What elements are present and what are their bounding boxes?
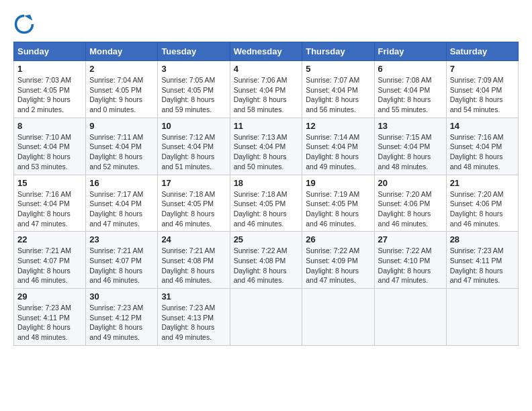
day-number: 18 (234, 178, 299, 188)
calendar-week-1: 1 Sunrise: 7:03 AMSunset: 4:05 PMDayligh… (14, 61, 519, 118)
day-info: Sunrise: 7:14 AMSunset: 4:04 PMDaylight:… (306, 132, 370, 172)
calendar-cell: 9 Sunrise: 7:11 AMSunset: 4:04 PMDayligh… (86, 118, 158, 175)
calendar-cell: 1 Sunrise: 7:03 AMSunset: 4:05 PMDayligh… (14, 61, 86, 118)
calendar-cell: 5 Sunrise: 7:07 AMSunset: 4:04 PMDayligh… (302, 61, 374, 118)
calendar-cell: 22 Sunrise: 7:21 AMSunset: 4:07 PMDaylig… (14, 232, 86, 289)
calendar-cell: 3 Sunrise: 7:05 AMSunset: 4:05 PMDayligh… (158, 61, 230, 118)
calendar-cell: 20 Sunrise: 7:20 AMSunset: 4:06 PMDaylig… (374, 175, 446, 232)
calendar-cell (446, 289, 518, 346)
day-number: 27 (378, 234, 443, 244)
calendar-cell: 11 Sunrise: 7:13 AMSunset: 4:04 PMDaylig… (230, 118, 302, 175)
day-number: 30 (89, 291, 154, 302)
calendar-cell (302, 289, 374, 346)
calendar-week-3: 15 Sunrise: 7:16 AMSunset: 4:04 PMDaylig… (14, 175, 519, 232)
header-monday: Monday (86, 42, 158, 61)
day-number: 15 (17, 178, 82, 188)
calendar-cell: 12 Sunrise: 7:14 AMSunset: 4:04 PMDaylig… (302, 118, 374, 175)
day-number: 6 (378, 64, 443, 74)
calendar-cell (374, 289, 446, 346)
calendar-cell: 6 Sunrise: 7:08 AMSunset: 4:04 PMDayligh… (374, 61, 446, 118)
day-number: 25 (234, 234, 299, 244)
calendar-cell: 19 Sunrise: 7:19 AMSunset: 4:05 PMDaylig… (302, 175, 374, 232)
calendar-cell: 17 Sunrise: 7:18 AMSunset: 4:05 PMDaylig… (158, 175, 230, 232)
day-number: 19 (306, 178, 370, 188)
day-number: 9 (89, 121, 154, 131)
calendar-cell: 14 Sunrise: 7:16 AMSunset: 4:04 PMDaylig… (446, 118, 518, 175)
day-info: Sunrise: 7:22 AMSunset: 4:10 PMDaylight:… (378, 246, 443, 285)
day-info: Sunrise: 7:20 AMSunset: 4:06 PMDaylight:… (378, 189, 443, 229)
day-info: Sunrise: 7:23 AMSunset: 4:12 PMDaylight:… (89, 303, 154, 342)
calendar-week-2: 8 Sunrise: 7:10 AMSunset: 4:04 PMDayligh… (14, 118, 519, 175)
logo (13, 13, 38, 35)
day-number: 17 (161, 178, 226, 188)
calendar-cell: 18 Sunrise: 7:18 AMSunset: 4:05 PMDaylig… (230, 175, 302, 232)
calendar-week-4: 22 Sunrise: 7:21 AMSunset: 4:07 PMDaylig… (14, 232, 519, 289)
day-number: 16 (89, 178, 154, 188)
page-header (13, 13, 519, 35)
day-info: Sunrise: 7:19 AMSunset: 4:05 PMDaylight:… (306, 189, 370, 229)
day-info: Sunrise: 7:08 AMSunset: 4:04 PMDaylight:… (378, 75, 443, 115)
day-number: 22 (17, 234, 82, 244)
day-number: 8 (17, 121, 82, 131)
day-info: Sunrise: 7:21 AMSunset: 4:07 PMDaylight:… (17, 246, 82, 285)
calendar-cell: 21 Sunrise: 7:20 AMSunset: 4:06 PMDaylig… (446, 175, 518, 232)
day-info: Sunrise: 7:23 AMSunset: 4:11 PMDaylight:… (450, 246, 515, 285)
day-number: 10 (161, 121, 226, 131)
calendar-cell: 24 Sunrise: 7:21 AMSunset: 4:08 PMDaylig… (158, 232, 230, 289)
day-number: 28 (450, 234, 515, 244)
day-info: Sunrise: 7:06 AMSunset: 4:04 PMDaylight:… (234, 75, 299, 115)
header-saturday: Saturday (446, 42, 518, 61)
day-number: 5 (306, 64, 370, 74)
calendar-cell: 15 Sunrise: 7:16 AMSunset: 4:04 PMDaylig… (14, 175, 86, 232)
day-info: Sunrise: 7:13 AMSunset: 4:04 PMDaylight:… (234, 132, 299, 172)
calendar-cell: 26 Sunrise: 7:22 AMSunset: 4:09 PMDaylig… (302, 232, 374, 289)
calendar-cell: 4 Sunrise: 7:06 AMSunset: 4:04 PMDayligh… (230, 61, 302, 118)
day-info: Sunrise: 7:12 AMSunset: 4:04 PMDaylight:… (161, 132, 226, 172)
day-info: Sunrise: 7:23 AMSunset: 4:13 PMDaylight:… (161, 303, 226, 342)
day-number: 1 (17, 64, 82, 74)
calendar-cell (230, 289, 302, 346)
day-number: 3 (161, 64, 226, 74)
day-info: Sunrise: 7:18 AMSunset: 4:05 PMDaylight:… (161, 189, 226, 229)
calendar-cell: 7 Sunrise: 7:09 AMSunset: 4:04 PMDayligh… (446, 61, 518, 118)
calendar-cell: 2 Sunrise: 7:04 AMSunset: 4:05 PMDayligh… (86, 61, 158, 118)
day-number: 29 (17, 291, 82, 302)
logo-icon (13, 13, 35, 35)
calendar-cell: 30 Sunrise: 7:23 AMSunset: 4:12 PMDaylig… (86, 289, 158, 346)
day-info: Sunrise: 7:15 AMSunset: 4:04 PMDaylight:… (378, 132, 443, 172)
calendar-cell: 28 Sunrise: 7:23 AMSunset: 4:11 PMDaylig… (446, 232, 518, 289)
day-number: 24 (161, 234, 226, 244)
day-info: Sunrise: 7:16 AMSunset: 4:04 PMDaylight:… (17, 189, 82, 229)
day-number: 12 (306, 121, 370, 131)
day-info: Sunrise: 7:10 AMSunset: 4:04 PMDaylight:… (17, 132, 82, 172)
day-info: Sunrise: 7:22 AMSunset: 4:09 PMDaylight:… (306, 246, 370, 285)
calendar-cell: 23 Sunrise: 7:21 AMSunset: 4:07 PMDaylig… (86, 232, 158, 289)
header-wednesday: Wednesday (230, 42, 302, 61)
calendar-cell: 16 Sunrise: 7:17 AMSunset: 4:04 PMDaylig… (86, 175, 158, 232)
calendar-header-row: SundayMondayTuesdayWednesdayThursdayFrid… (14, 42, 519, 61)
calendar-cell: 27 Sunrise: 7:22 AMSunset: 4:10 PMDaylig… (374, 232, 446, 289)
header-sunday: Sunday (14, 42, 86, 61)
day-number: 20 (378, 178, 443, 188)
calendar-cell: 25 Sunrise: 7:22 AMSunset: 4:08 PMDaylig… (230, 232, 302, 289)
day-number: 11 (234, 121, 299, 131)
day-info: Sunrise: 7:04 AMSunset: 4:05 PMDaylight:… (89, 75, 154, 115)
day-info: Sunrise: 7:11 AMSunset: 4:04 PMDaylight:… (89, 132, 154, 172)
day-number: 14 (450, 121, 515, 131)
header-friday: Friday (374, 42, 446, 61)
day-number: 2 (89, 64, 154, 74)
day-info: Sunrise: 7:22 AMSunset: 4:08 PMDaylight:… (234, 246, 299, 285)
day-info: Sunrise: 7:09 AMSunset: 4:04 PMDaylight:… (450, 75, 515, 115)
day-number: 31 (161, 291, 226, 302)
day-number: 13 (378, 121, 443, 131)
day-info: Sunrise: 7:03 AMSunset: 4:05 PMDaylight:… (17, 75, 82, 115)
calendar-week-5: 29 Sunrise: 7:23 AMSunset: 4:11 PMDaylig… (14, 289, 519, 346)
day-info: Sunrise: 7:07 AMSunset: 4:04 PMDaylight:… (306, 75, 370, 115)
header-tuesday: Tuesday (158, 42, 230, 61)
day-info: Sunrise: 7:23 AMSunset: 4:11 PMDaylight:… (17, 303, 82, 342)
day-info: Sunrise: 7:17 AMSunset: 4:04 PMDaylight:… (89, 189, 154, 229)
day-number: 26 (306, 234, 370, 244)
day-number: 23 (89, 234, 154, 244)
day-info: Sunrise: 7:18 AMSunset: 4:05 PMDaylight:… (234, 189, 299, 229)
calendar-cell: 31 Sunrise: 7:23 AMSunset: 4:13 PMDaylig… (158, 289, 230, 346)
